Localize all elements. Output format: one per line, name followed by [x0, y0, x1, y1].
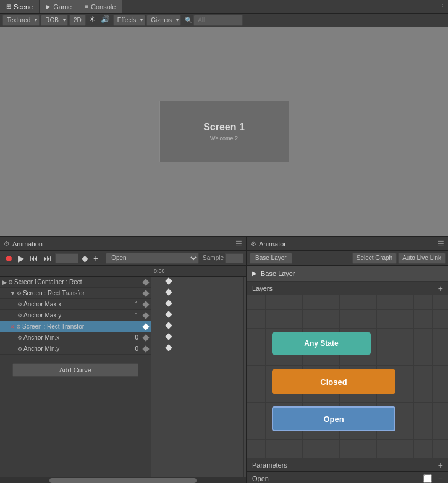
- select-graph-button[interactable]: Select Graph: [352, 253, 397, 264]
- track-settings-icon: ⚙: [17, 301, 22, 308]
- sample-label: Sample: [203, 254, 224, 261]
- scene-tab-icon: ⊞: [6, 3, 11, 10]
- track-row: ⚙ Anchor Max.x 1: [0, 299, 151, 310]
- sun-icon[interactable]: ☀: [87, 15, 98, 26]
- state-closed[interactable]: Closed: [272, 369, 395, 394]
- effects-dropdown[interactable]: Effects: [113, 15, 145, 26]
- track-row: ▶ ⚙ Screen1Container : Rect: [0, 277, 151, 288]
- track-name-label: Anchor Min.x: [23, 334, 126, 341]
- track-diamond-button[interactable]: [141, 311, 151, 321]
- track-name-label: Anchor Max.x: [23, 301, 126, 308]
- base-layer-play-icon[interactable]: ▶: [252, 270, 257, 277]
- track-diamond-button[interactable]: [141, 333, 151, 343]
- clip-dropdown[interactable]: Open: [106, 253, 199, 264]
- auto-live-link-button[interactable]: Auto Live Link: [398, 253, 446, 264]
- audio-icon[interactable]: 🔊: [99, 15, 112, 26]
- play-button[interactable]: ▶: [16, 254, 27, 262]
- track-settings-icon: ⚙: [16, 324, 21, 330]
- parameters-add-button[interactable]: +: [438, 460, 443, 470]
- track-diamond-button[interactable]: [141, 322, 151, 332]
- animator-content: ▶ Base Layer Layers + Any State Closed: [247, 266, 448, 483]
- animator-graph[interactable]: Any State Closed Open: [247, 295, 448, 458]
- track-diamond-button[interactable]: [141, 344, 151, 354]
- diamond-shape: [142, 301, 149, 308]
- screen1-title: Screen 1: [203, 122, 245, 133]
- add-curve-container: Add Curve: [0, 355, 151, 385]
- tab-game[interactable]: ▶ Game: [40, 0, 78, 13]
- prev-keyframe-button[interactable]: ⏮: [28, 254, 40, 262]
- open-label: Open: [323, 414, 344, 424]
- rgb-label: RGB: [45, 17, 59, 23]
- rgb-dropdown[interactable]: RGB: [41, 15, 68, 26]
- layers-add-button[interactable]: +: [438, 284, 443, 293]
- diamond-shape: [142, 312, 149, 319]
- animation-tracks: ▶ ⚙ Screen1Container : Rect ▼ ⚙ Screen :…: [0, 266, 151, 477]
- track-settings-icon: ⚙: [17, 335, 22, 341]
- time-input[interactable]: 0: [55, 253, 78, 263]
- timeline-time-label: 0:00: [154, 268, 165, 274]
- timeline-cursor: [169, 277, 169, 477]
- track-diamond-button[interactable]: [141, 288, 151, 298]
- base-layer-bar: ▶ Base Layer: [247, 266, 448, 282]
- add-curve-label: Add Curve: [59, 366, 91, 374]
- track-diamond-button[interactable]: [141, 277, 151, 287]
- record-button[interactable]: ⏺: [2, 254, 15, 262]
- parameter-checkbox[interactable]: [423, 474, 432, 483]
- track-diamond-button[interactable]: [141, 300, 151, 309]
- timeline-area: 0:00: [151, 266, 246, 477]
- track-row: ▼ ⚙ Screen : Rect Transfor: [0, 288, 151, 299]
- track-row-selected: ✕ ⚙ Screen : Rect Transfor: [0, 321, 151, 332]
- track-arrow-icon[interactable]: ▼: [10, 290, 15, 296]
- track-ruler-spacer: [0, 266, 151, 277]
- diamond-button[interactable]: ◆: [80, 254, 90, 262]
- next-keyframe-button[interactable]: ⏭: [41, 254, 54, 262]
- base-layer-tab[interactable]: Base Layer: [250, 253, 292, 264]
- animation-panel-title: Animation: [12, 240, 43, 248]
- tab-console[interactable]: ≡ Console: [78, 0, 122, 13]
- add-key-button[interactable]: +: [91, 254, 100, 262]
- animator-panel-menu-icon[interactable]: ☰: [437, 240, 444, 248]
- track-arrow-icon[interactable]: ▶: [2, 279, 7, 285]
- textured-label: Textured: [7, 17, 30, 23]
- state-open[interactable]: Open: [272, 406, 395, 431]
- sample-input[interactable]: 60: [225, 253, 243, 263]
- track-settings-icon: ⚙: [17, 290, 22, 296]
- scroll-handle[interactable]: [49, 478, 197, 483]
- add-curve-button[interactable]: Add Curve: [12, 363, 138, 377]
- gizmos-dropdown[interactable]: Gizmos: [146, 15, 181, 26]
- twod-button[interactable]: 2D: [69, 15, 86, 26]
- animator-panel-icon: ⚙: [251, 240, 256, 247]
- timeline-scrollbar[interactable]: [0, 477, 246, 483]
- parameter-name: Open: [252, 475, 423, 482]
- animator-panel: ⚙ Animator ☰ Base Layer Select Graph Aut…: [247, 237, 448, 483]
- track-value: 1: [126, 312, 138, 319]
- main-tab-bar: ⊞ Scene ▶ Game ≡ Console ⋮: [0, 0, 448, 14]
- track-settings-icon: ⚙: [17, 346, 22, 352]
- state-any-state[interactable]: Any State: [272, 332, 371, 355]
- effects-label: Effects: [117, 17, 136, 23]
- parameters-label: Parameters: [252, 461, 287, 469]
- textured-dropdown[interactable]: Textured: [2, 15, 40, 26]
- layers-bar: Layers +: [247, 282, 448, 295]
- track-error-icon: ✕: [10, 324, 15, 330]
- timeline-body[interactable]: [151, 277, 246, 477]
- console-tab-icon: ≡: [85, 3, 88, 10]
- parameter-remove-button[interactable]: −: [438, 474, 443, 484]
- search-input[interactable]: [193, 15, 243, 26]
- animation-panel-header: ⏱ Animation ☰: [0, 237, 246, 251]
- base-layer-label: Base Layer: [255, 254, 287, 261]
- parameters-header: Parameters +: [247, 458, 448, 472]
- parameter-row: Open −: [247, 472, 448, 483]
- diamond-shape: [142, 290, 149, 296]
- animation-panel-icon: ⏱: [4, 240, 10, 247]
- animation-panel-menu-icon[interactable]: ☰: [235, 240, 242, 248]
- track-settings-icon: ⚙: [17, 313, 22, 319]
- tab-scene[interactable]: ⊞ Scene: [0, 0, 40, 13]
- auto-live-link-label: Auto Live Link: [402, 254, 441, 261]
- tab-overflow-icon: ⋮: [439, 3, 448, 10]
- parameters-panel: Parameters + Open −: [247, 458, 448, 483]
- bottom-area: ⏱ Animation ☰ ⏺ ▶ ⏮ ⏭ 0 ◆ + Open Sample …: [0, 237, 448, 483]
- scene-canvas[interactable]: Screen 1 Welcome 2: [0, 27, 448, 236]
- animator-panel-header: ⚙ Animator ☰: [247, 237, 448, 251]
- track-name-label: Screen : Rect Transfor: [22, 323, 141, 330]
